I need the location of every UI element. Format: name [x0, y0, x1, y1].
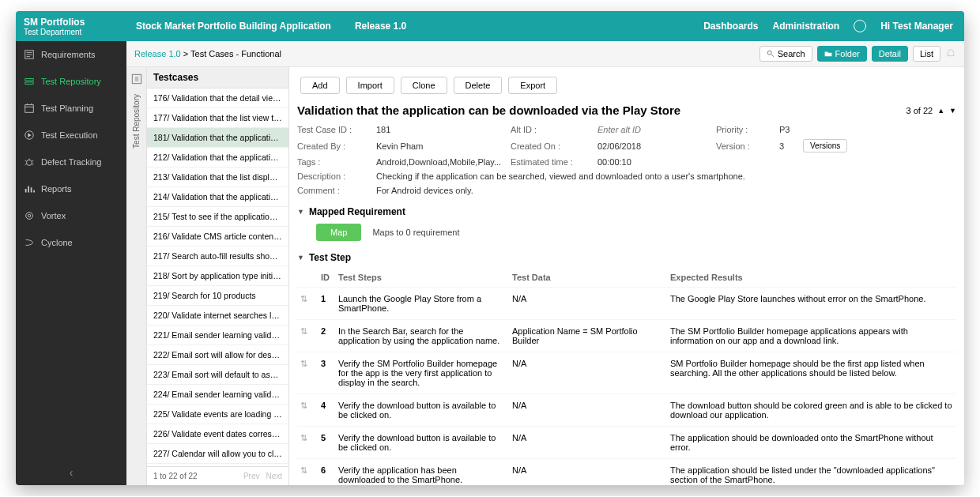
label-tags: Tags :: [297, 157, 368, 167]
map-count-text: Maps to 0 requirement: [372, 228, 459, 237]
testcase-row[interactable]: 226/ Validate event dates correspon...: [147, 424, 288, 444]
next-button[interactable]: Next: [266, 472, 282, 480]
testcase-row[interactable]: 217/ Search auto-fill results should s..…: [147, 247, 288, 266]
testcase-row[interactable]: 214/ Validation that the application ...: [147, 187, 288, 207]
detail-pane: Add Import Clone Delete Export Validatio…: [289, 67, 964, 485]
value-esttime: 00:00:10: [597, 157, 708, 167]
svg-point-5: [28, 214, 31, 217]
testcase-row[interactable]: 213/ Validation that the list displays .…: [147, 168, 288, 187]
test-steps-table: ID Test Steps Test Data Expected Results…: [297, 268, 956, 485]
sidebar-item-reports[interactable]: Reports: [16, 175, 126, 202]
testcase-row[interactable]: 181/ Validation that the application...: [147, 128, 288, 148]
sidebar-item-test-execution[interactable]: Test Execution: [16, 122, 126, 149]
caret-icon[interactable]: ▼: [297, 208, 304, 216]
label-createdby: Created By :: [297, 141, 368, 151]
testcase-list-count: 1 to 22 of 22: [153, 472, 198, 480]
record-counter: 3 of 22: [906, 106, 933, 115]
breadcrumb-current: Test Cases - Functional: [190, 49, 281, 58]
next-record-icon[interactable]: ▼: [949, 107, 956, 115]
drag-handle-icon[interactable]: ⇅: [300, 359, 307, 368]
step-expected: The SM Portfolio Builder homepage applic…: [667, 320, 956, 352]
prev-record-icon[interactable]: ▲: [937, 107, 944, 115]
drag-handle-icon[interactable]: ⇅: [300, 401, 307, 410]
test-step-row[interactable]: ⇅6Verify the application has been downlo…: [297, 459, 956, 486]
testcase-row[interactable]: 222/ Email sort will allow for descen...: [147, 345, 288, 365]
export-button[interactable]: Export: [508, 77, 557, 94]
testcase-row[interactable]: 176/ Validation that the detail view i..…: [147, 88, 288, 108]
test-step-row[interactable]: ⇅5Verify the download button is availabl…: [297, 427, 956, 459]
brand-title: SM Portfolios: [24, 17, 119, 28]
folder-button[interactable]: Folder: [817, 46, 867, 62]
test-step-row[interactable]: ⇅3Verify the SM Portfolio Builder homepa…: [297, 352, 956, 394]
testcase-row[interactable]: 223/ Email sort will default to ascen...: [147, 365, 288, 385]
sidebar-item-defect-tracking[interactable]: Defect Tracking: [16, 149, 126, 175]
step-text: Verify the application has been download…: [335, 459, 509, 486]
bell-icon[interactable]: [945, 48, 956, 59]
drag-handle-icon[interactable]: ⇅: [300, 294, 307, 303]
nav-dashboards[interactable]: Dashboards: [703, 21, 758, 32]
value-tags: Android,Download,Mobile,Play...: [376, 157, 503, 167]
breadcrumb-release[interactable]: Release 1.0: [134, 49, 181, 58]
label-description: Description :: [297, 171, 368, 181]
execution-icon: [24, 130, 35, 141]
drag-handle-icon[interactable]: ⇅: [300, 465, 307, 475]
testcase-row[interactable]: 221/ Email sender learning validatio...: [147, 326, 288, 345]
step-expected: The application should be downloaded ont…: [667, 427, 956, 459]
label-createdon: Created On :: [511, 141, 590, 151]
search-button[interactable]: Search: [760, 46, 812, 62]
test-step-row[interactable]: ⇅2In the Search Bar, search for the appl…: [297, 320, 956, 352]
add-button[interactable]: Add: [300, 77, 340, 94]
testcase-row[interactable]: 215/ Test to see if the application is a…: [147, 207, 288, 227]
testcase-row[interactable]: 216/ Validate CMS article content is ...: [147, 227, 288, 247]
testcase-row[interactable]: 220/ Validate internet searches load ...: [147, 306, 288, 326]
test-step-row[interactable]: ⇅4Verify the download button is availabl…: [297, 394, 956, 427]
map-button[interactable]: Map: [316, 224, 361, 241]
step-expected: The application should be listed under t…: [667, 459, 956, 486]
sidebar-collapse-icon[interactable]: ‹: [16, 460, 126, 485]
cyclone-icon: [24, 237, 35, 248]
testcase-row[interactable]: 177/ Validation that the list view tra..…: [147, 108, 288, 128]
sidebar-item-vortex[interactable]: Vortex: [16, 202, 126, 229]
mapped-requirement-section: ▼Mapped Requirement Map Maps to 0 requir…: [297, 206, 956, 244]
testcase-row[interactable]: 224/ Email sender learning validatio...: [147, 385, 288, 405]
testcase-row[interactable]: 212/ Validation that the application i..…: [147, 148, 288, 168]
testcase-row[interactable]: 219/ Search for 10 products: [147, 286, 288, 306]
testcase-row[interactable]: 225/ Validate events are loading to t...: [147, 405, 288, 424]
altid-input[interactable]: [597, 125, 677, 134]
list-view-button[interactable]: List: [913, 46, 940, 62]
clone-button[interactable]: Clone: [401, 77, 447, 94]
testcase-row[interactable]: 218/ Sort by application type initiall..…: [147, 266, 288, 286]
delete-button[interactable]: Delete: [454, 77, 503, 94]
sidebar-item-requirements[interactable]: Requirements: [16, 41, 126, 68]
drag-handle-icon[interactable]: ⇅: [300, 326, 307, 336]
testcase-row[interactable]: 227/ Calendar will allow you to click ..…: [147, 444, 288, 464]
release-label[interactable]: Release 1.0: [341, 21, 420, 32]
testcase-metadata: Test Case ID : 181 Alt ID : Priority : P…: [297, 125, 956, 195]
prev-button[interactable]: Prev: [243, 472, 260, 480]
label-version: Version :: [716, 141, 771, 151]
vortex-icon: [24, 210, 35, 221]
testcase-title: Validation that the application can be d…: [297, 104, 680, 117]
step-data: Application Name = SM Portfolio Builder: [509, 320, 667, 352]
sidebar-item-cyclone[interactable]: Cyclone: [16, 229, 126, 256]
detail-view-button[interactable]: Detail: [872, 46, 908, 62]
nav-administration[interactable]: Administration: [773, 21, 840, 32]
detail-toolbar: Add Import Clone Delete Export: [297, 70, 956, 104]
caret-icon[interactable]: ▼: [297, 254, 304, 262]
sidebar-item-test-planning[interactable]: Test Planning: [16, 95, 126, 122]
step-data: N/A: [509, 288, 667, 320]
label-priority: Priority :: [716, 125, 771, 134]
import-button[interactable]: Import: [346, 77, 394, 94]
test-step-row[interactable]: ⇅1Launch the Google Play Store from a Sm…: [297, 288, 956, 320]
step-text: Verify the download button is available …: [335, 427, 509, 459]
drag-handle-icon[interactable]: ⇅: [300, 433, 307, 442]
svg-point-4: [26, 213, 33, 220]
step-id: 3: [318, 352, 335, 394]
vertical-tab[interactable]: Test Repository: [126, 67, 147, 485]
col-expected: Expected Results: [667, 268, 956, 288]
vertical-tab-label: Test Repository: [130, 86, 142, 156]
step-data: N/A: [509, 459, 667, 486]
sidebar-item-test-repository[interactable]: Test Repository: [16, 68, 126, 95]
user-avatar-icon[interactable]: [854, 20, 866, 32]
versions-button[interactable]: Versions: [803, 139, 847, 152]
